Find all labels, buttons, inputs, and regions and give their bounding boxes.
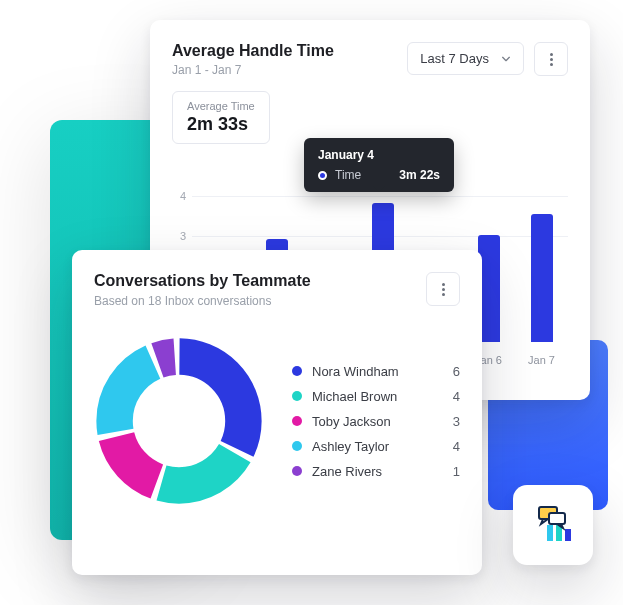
y-axis-tick: 4 — [172, 190, 186, 202]
svg-rect-4 — [549, 513, 565, 524]
legend-value: 4 — [442, 389, 460, 404]
legend-item[interactable]: Nora Windham6 — [292, 359, 460, 384]
legend-value: 6 — [442, 364, 460, 379]
tooltip-date: January 4 — [318, 148, 440, 162]
y-axis-tick: 3 — [172, 230, 186, 242]
legend-name: Ashley Taylor — [312, 439, 432, 454]
legend-item[interactable]: Michael Brown4 — [292, 384, 460, 409]
avg-time-value: 2m 33s — [187, 114, 255, 135]
tooltip-value: 3m 22s — [399, 168, 440, 182]
chart-bar[interactable] — [531, 214, 553, 342]
more-options-button[interactable] — [534, 42, 568, 76]
more-options-button[interactable] — [426, 272, 460, 306]
svg-rect-0 — [547, 525, 553, 541]
legend-name: Toby Jackson — [312, 414, 432, 429]
legend-value: 4 — [442, 439, 460, 454]
legend-name: Michael Brown — [312, 389, 432, 404]
card-title: Conversations by Teammate — [94, 272, 416, 290]
tooltip-label: Time — [335, 168, 391, 182]
card-date-range: Jan 1 - Jan 7 — [172, 63, 397, 77]
legend-swatch-icon — [292, 366, 302, 376]
tooltip-series-bullet-icon — [318, 171, 327, 180]
legend-item[interactable]: Toby Jackson3 — [292, 409, 460, 434]
conversations-by-teammate-card: Conversations by Teammate Based on 18 In… — [72, 250, 482, 575]
svg-rect-2 — [565, 529, 571, 541]
date-range-select[interactable]: Last 7 Days — [407, 42, 524, 75]
legend-swatch-icon — [292, 416, 302, 426]
legend-swatch-icon — [292, 466, 302, 476]
legend-item[interactable]: Ashley Taylor4 — [292, 434, 460, 459]
analytics-icon-card — [513, 485, 593, 565]
legend-swatch-icon — [292, 391, 302, 401]
donut-legend: Nora Windham6Michael Brown4Toby Jackson3… — [292, 359, 460, 484]
chat-analytics-icon — [529, 501, 577, 549]
avg-time-badge: Average Time 2m 33s — [172, 91, 270, 144]
avg-time-label: Average Time — [187, 100, 255, 112]
legend-value: 1 — [442, 464, 460, 479]
legend-value: 3 — [442, 414, 460, 429]
chevron-down-icon — [501, 54, 511, 64]
legend-name: Zane Rivers — [312, 464, 432, 479]
legend-name: Nora Windham — [312, 364, 432, 379]
legend-item[interactable]: Zane Rivers1 — [292, 459, 460, 484]
card-title: Average Handle Time — [172, 42, 397, 60]
date-range-select-label: Last 7 Days — [420, 51, 489, 66]
card-subtitle: Based on 18 Inbox conversations — [94, 294, 416, 308]
chart-tooltip: January 4 Time 3m 22s — [304, 138, 454, 192]
donut-chart — [94, 336, 264, 506]
x-axis-tick: Jan 7 — [522, 354, 562, 366]
legend-swatch-icon — [292, 441, 302, 451]
